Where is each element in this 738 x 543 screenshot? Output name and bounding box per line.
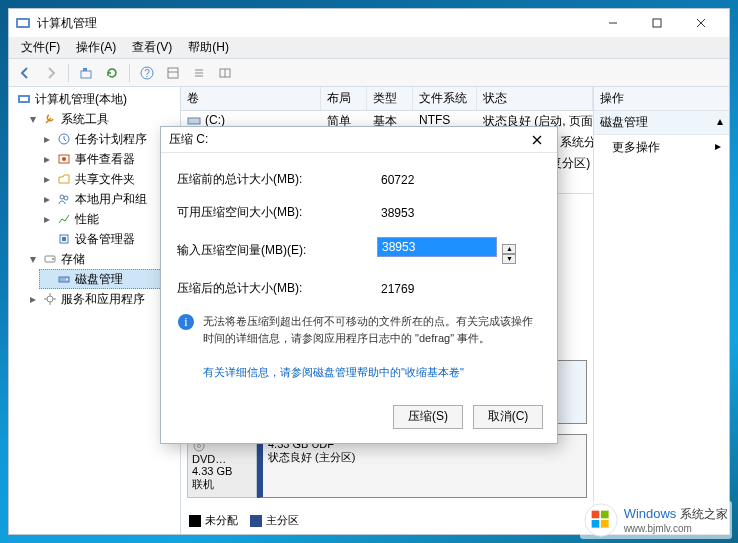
tree-panel[interactable]: 计算机管理(本地) ▾ 系统工具 ▸任务计划程序 ▸事件查看器 bbox=[9, 87, 181, 534]
titlebar: 计算机管理 bbox=[9, 9, 729, 37]
svg-text:?: ? bbox=[144, 68, 150, 79]
tree-devmgr[interactable]: 设备管理器 bbox=[39, 229, 178, 249]
actions-group-label: 磁盘管理 bbox=[600, 114, 648, 131]
chevron-right-icon: ▸ bbox=[715, 139, 721, 153]
minimize-button[interactable] bbox=[591, 9, 635, 37]
after-label: 压缩后的总计大小(MB): bbox=[177, 280, 377, 297]
device-icon bbox=[56, 231, 72, 247]
tree-label: 任务计划程序 bbox=[75, 130, 147, 148]
spin-down-button[interactable]: ▼ bbox=[502, 254, 516, 264]
folder-share-icon bbox=[56, 171, 72, 187]
before-label: 压缩前的总计大小(MB): bbox=[177, 171, 377, 188]
close-button[interactable] bbox=[679, 9, 723, 37]
refresh-button[interactable] bbox=[100, 62, 124, 84]
legend: 未分配 主分区 bbox=[189, 513, 299, 528]
menu-file[interactable]: 文件(F) bbox=[13, 37, 68, 58]
svg-point-27 bbox=[52, 258, 54, 260]
maximize-button[interactable] bbox=[635, 9, 679, 37]
tree-eventviewer[interactable]: ▸事件查看器 bbox=[39, 149, 178, 169]
svg-rect-6 bbox=[81, 71, 91, 78]
actions-more-label: 更多操作 bbox=[612, 140, 660, 154]
avail-value: 38953 bbox=[377, 206, 541, 220]
dvd-state: 联机 bbox=[192, 477, 252, 492]
svg-point-22 bbox=[60, 195, 64, 199]
dialog-titlebar: 压缩 C: bbox=[161, 127, 557, 153]
svg-point-23 bbox=[64, 196, 68, 200]
chevron-up-icon: ▴ bbox=[717, 114, 723, 131]
menu-view[interactable]: 查看(V) bbox=[124, 37, 180, 58]
dvd-type: DVD… bbox=[192, 453, 252, 465]
col-fs[interactable]: 文件系统 bbox=[413, 87, 477, 110]
after-value: 21769 bbox=[377, 282, 541, 296]
services-icon bbox=[42, 291, 58, 307]
svg-point-30 bbox=[47, 296, 53, 302]
col-layout[interactable]: 布局 bbox=[321, 87, 367, 110]
volume-header: 卷 布局 类型 文件系统 状态 bbox=[181, 87, 593, 111]
app-icon bbox=[15, 15, 31, 31]
tree-services[interactable]: ▸ 服务和应用程序 bbox=[25, 289, 178, 309]
shrink-dialog: 压缩 C: 压缩前的总计大小(MB): 60722 可用压缩空间大小(MB): … bbox=[160, 126, 558, 444]
back-button[interactable] bbox=[13, 62, 37, 84]
clock-icon bbox=[56, 131, 72, 147]
col-volume[interactable]: 卷 bbox=[181, 87, 321, 110]
tree-perf[interactable]: ▸性能 bbox=[39, 209, 178, 229]
tree-root[interactable]: 计算机管理(本地) bbox=[11, 89, 178, 109]
actions-more[interactable]: 更多操作 ▸ bbox=[594, 135, 729, 160]
menu-help[interactable]: 帮助(H) bbox=[180, 37, 237, 58]
svg-rect-10 bbox=[168, 68, 178, 78]
tree-label: 性能 bbox=[75, 210, 99, 228]
shrink-button[interactable]: 压缩(S) bbox=[393, 405, 463, 429]
disk-icon bbox=[56, 271, 72, 287]
shrink-amount-input[interactable] bbox=[377, 237, 497, 257]
cancel-button[interactable]: 取消(C) bbox=[473, 405, 543, 429]
col-status[interactable]: 状态 bbox=[477, 87, 593, 110]
tree-shared[interactable]: ▸共享文件夹 bbox=[39, 169, 178, 189]
dialog-body: 压缩前的总计大小(MB): 60722 可用压缩空间大小(MB): 38953 … bbox=[161, 153, 557, 399]
svg-rect-25 bbox=[62, 237, 66, 241]
forward-button[interactable] bbox=[39, 62, 63, 84]
tree-label: 服务和应用程序 bbox=[61, 290, 145, 308]
storage-icon bbox=[42, 251, 58, 267]
perf-icon bbox=[56, 211, 72, 227]
tree-tasksched[interactable]: ▸任务计划程序 bbox=[39, 129, 178, 149]
actions-group[interactable]: 磁盘管理 ▴ bbox=[594, 111, 729, 135]
before-value: 60722 bbox=[377, 173, 541, 187]
tree-storage[interactable]: ▾ 存储 bbox=[25, 249, 178, 269]
spinner: ▲ ▼ bbox=[502, 244, 516, 264]
dvd-part-status: 状态良好 (主分区) bbox=[268, 450, 581, 465]
menubar: 文件(F) 操作(A) 查看(V) 帮助(H) bbox=[9, 37, 729, 59]
menu-action[interactable]: 操作(A) bbox=[68, 37, 124, 58]
dvd-size: 4.33 GB bbox=[192, 465, 252, 477]
tools-icon bbox=[42, 111, 58, 127]
legend-unalloc: 未分配 bbox=[205, 514, 238, 526]
svg-rect-7 bbox=[83, 68, 87, 71]
help-button[interactable]: ? bbox=[135, 62, 159, 84]
tree-label: 设备管理器 bbox=[75, 230, 135, 248]
detail-button[interactable] bbox=[213, 62, 237, 84]
up-button[interactable] bbox=[74, 62, 98, 84]
spin-up-button[interactable]: ▲ bbox=[502, 244, 516, 254]
col-type[interactable]: 类型 bbox=[367, 87, 413, 110]
svg-rect-3 bbox=[653, 19, 661, 27]
info-icon: i bbox=[177, 313, 195, 331]
tree-label: 系统工具 bbox=[61, 110, 109, 128]
prop-button[interactable] bbox=[161, 62, 185, 84]
list-button[interactable] bbox=[187, 62, 211, 84]
dialog-close-button[interactable] bbox=[525, 129, 549, 151]
legend-primary: 主分区 bbox=[266, 514, 299, 526]
tree-diskmgmt[interactable]: 磁盘管理 bbox=[39, 269, 178, 289]
actions-panel: 操作 磁盘管理 ▴ 更多操作 ▸ bbox=[593, 87, 729, 534]
tree-label: 共享文件夹 bbox=[75, 170, 135, 188]
tree-label: 存储 bbox=[61, 250, 85, 268]
tree-users[interactable]: ▸本地用户和组 bbox=[39, 189, 178, 209]
dialog-title: 压缩 C: bbox=[169, 131, 208, 148]
window-title: 计算机管理 bbox=[37, 15, 97, 32]
tree-systools[interactable]: ▾ 系统工具 bbox=[25, 109, 178, 129]
svg-rect-18 bbox=[20, 97, 28, 101]
computer-icon bbox=[16, 91, 32, 107]
info-text-1: 无法将卷压缩到超出任何不可移动的文件所在的点。有关完成该操作时间的详细信息，请参… bbox=[203, 313, 541, 346]
tree-label: 本地用户和组 bbox=[75, 190, 147, 208]
svg-point-29 bbox=[66, 279, 68, 281]
svg-point-21 bbox=[62, 157, 66, 161]
svg-point-38 bbox=[198, 444, 201, 447]
